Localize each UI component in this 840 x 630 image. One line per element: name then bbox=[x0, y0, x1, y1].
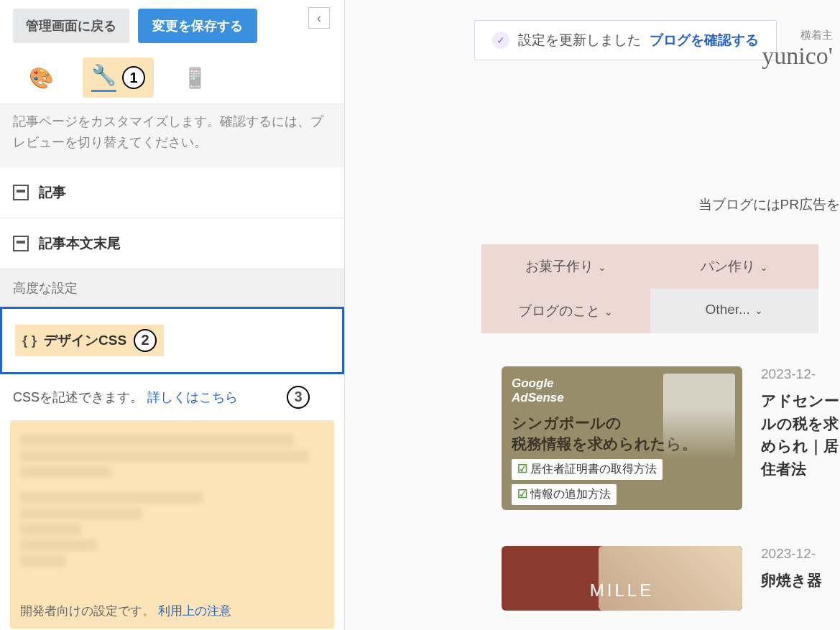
article-meta: 2023-12- 卵焼き器 bbox=[761, 546, 840, 611]
dev-note-link[interactable]: 利用上の注意 bbox=[158, 604, 231, 618]
article-list: Google AdSense シンガポールの 税務情報を求められたら。 ☑居住者… bbox=[502, 366, 840, 630]
article-title[interactable]: 卵焼き器 bbox=[761, 569, 840, 592]
checkbox-icon: ☑ bbox=[517, 463, 527, 475]
css-more-link[interactable]: 詳しくはこちら bbox=[147, 389, 238, 406]
blog-nav: お菓子作り⌄ パン作り⌄ ブログのこと⌄ Other...⌄ bbox=[481, 244, 818, 333]
nav-item-sweets[interactable]: お菓子作り⌄ bbox=[481, 244, 650, 289]
thumb-check-1: ☑居住者証明書の取得方法 bbox=[512, 459, 663, 480]
annotation-1: 🔧 1 bbox=[83, 57, 154, 98]
save-button[interactable]: 変更を保存する bbox=[138, 9, 257, 43]
blog-preview: ✓ 設定を更新しました ブログを確認する 横着主 yunico' 当ブログにはP… bbox=[345, 0, 840, 630]
wrench-icon[interactable]: 🔧 bbox=[91, 63, 116, 92]
circle-number-3: 3 bbox=[287, 386, 310, 409]
sidebar-tabs: 🎨 🔧 1 📱 bbox=[0, 52, 344, 104]
blog-subtitle: 横着主 bbox=[639, 29, 833, 42]
article-title[interactable]: アドセンールの税を求められ｜居住者法 bbox=[761, 389, 840, 480]
menu-article-end[interactable]: 記事本文末尾 bbox=[0, 218, 344, 269]
chevron-down-icon: ⌄ bbox=[760, 261, 768, 273]
blog-header: 横着主 yunico' bbox=[639, 29, 840, 129]
thumb-check-2: ☑情報の追加方法 bbox=[512, 484, 617, 505]
collapse-sidebar-button[interactable]: ‹ bbox=[308, 7, 330, 29]
nav-item-bread[interactable]: パン作り⌄ bbox=[650, 244, 819, 289]
circle-number-1: 1 bbox=[122, 66, 145, 89]
back-button[interactable]: 管理画面に戻る bbox=[13, 9, 129, 43]
article-date: 2023-12- bbox=[761, 366, 840, 382]
device-icon[interactable]: 📱 bbox=[183, 66, 208, 90]
nav-label: パン作り bbox=[701, 259, 755, 274]
thumb-decoration bbox=[663, 374, 735, 460]
chevron-down-icon: ⌄ bbox=[754, 305, 763, 316]
sidebar-header: 管理画面に戻る 変更を保存する bbox=[0, 0, 344, 52]
dev-note-text: 開発者向けの設定です。 bbox=[20, 604, 154, 618]
braces-icon: { } bbox=[22, 333, 37, 348]
checkbox-icon: ☑ bbox=[517, 488, 527, 500]
circle-number-2: 2 bbox=[134, 329, 157, 352]
nav-label: ブログのこと bbox=[518, 303, 600, 318]
chevron-down-icon: ⌄ bbox=[604, 306, 613, 318]
dev-note: 開発者向けの設定です。 利用上の注意 bbox=[20, 601, 231, 621]
article-date: 2023-12- bbox=[761, 546, 840, 562]
article-thumbnail[interactable]: Google AdSense シンガポールの 税務情報を求められたら。 ☑居住者… bbox=[502, 366, 742, 510]
nav-item-blog[interactable]: ブログのこと⌄ bbox=[481, 289, 650, 333]
article-end-icon bbox=[13, 236, 29, 251]
section-advanced: 高度な設定 bbox=[0, 269, 344, 307]
css-desc-text: CSSを記述できます。 bbox=[13, 389, 143, 406]
check-text: 居住者証明書の取得方法 bbox=[530, 463, 657, 475]
css-editor-textarea[interactable]: 開発者向けの設定です。 利用上の注意 bbox=[10, 420, 334, 629]
sidebar-description: 記事ページをカスタマイズします。確認するには、プレビューを切り替えてください。 bbox=[0, 104, 344, 167]
check-icon: ✓ bbox=[492, 32, 509, 49]
article-icon bbox=[13, 185, 29, 200]
settings-sidebar: 管理画面に戻る 変更を保存する ‹ 🎨 🔧 1 📱 記事ページをカスタマイズしま… bbox=[0, 0, 345, 630]
thumb-food-image bbox=[599, 546, 742, 611]
article-row: MILLE 2023-12- 卵焼き器 bbox=[502, 546, 840, 611]
menu-design-css-label: デザインCSS bbox=[44, 331, 126, 350]
blog-title: yunico' bbox=[639, 42, 833, 70]
nav-item-other[interactable]: Other...⌄ bbox=[650, 289, 819, 333]
check-text: 情報の追加方法 bbox=[530, 488, 611, 500]
article-thumbnail[interactable]: MILLE bbox=[502, 546, 742, 611]
palette-icon[interactable]: 🎨 bbox=[29, 66, 54, 90]
notice-text: 設定を更新しました bbox=[518, 31, 641, 50]
article-row: Google AdSense シンガポールの 税務情報を求められたら。 ☑居住者… bbox=[502, 366, 840, 510]
pr-notice: 当ブログにはPR広告を bbox=[698, 195, 840, 214]
chevron-down-icon: ⌄ bbox=[598, 261, 606, 273]
annotation-2: { } デザインCSS 2 bbox=[15, 325, 164, 356]
nav-label: Other... bbox=[706, 302, 750, 317]
thumb-label: MILLE bbox=[590, 580, 654, 601]
nav-label: お菓子作り bbox=[525, 259, 594, 274]
css-description: CSSを記述できます。 詳しくはこちら 3 bbox=[0, 374, 344, 414]
chevron-left-icon: ‹ bbox=[317, 11, 321, 26]
menu-article-end-label: 記事本文末尾 bbox=[39, 234, 121, 253]
menu-design-css[interactable]: { } デザインCSS 2 bbox=[0, 307, 344, 374]
article-meta: 2023-12- アドセンールの税を求められ｜居住者法 bbox=[761, 366, 840, 510]
menu-article-label: 記事 bbox=[39, 183, 66, 202]
menu-article[interactable]: 記事 bbox=[0, 167, 344, 218]
